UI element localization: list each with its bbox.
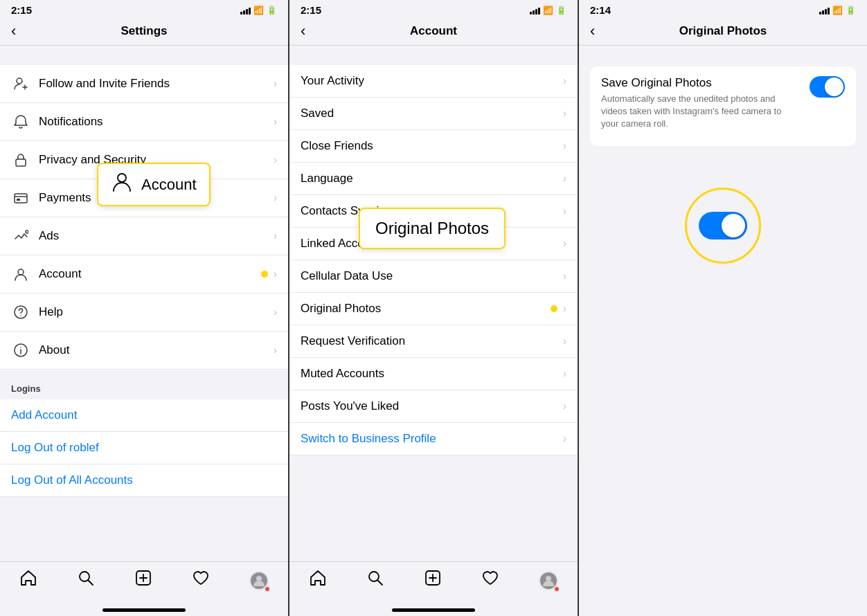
- ads-chevron: ›: [274, 230, 277, 242]
- notifications-icon: [11, 112, 30, 132]
- settings-item-add-account[interactable]: Add Account: [0, 399, 288, 432]
- svg-point-20: [256, 576, 262, 581]
- account-item-posts-liked[interactable]: Posts You've Liked ›: [289, 390, 578, 423]
- tab-profile-1[interactable]: [249, 571, 269, 590]
- language-chevron: ›: [563, 172, 566, 185]
- tab-add-2[interactable]: [424, 569, 442, 592]
- saved-label: Saved: [301, 107, 563, 120]
- toggle-knob: [825, 78, 843, 96]
- back-button-1[interactable]: ‹: [11, 22, 16, 40]
- status-bar-3: 2:14 📶 🔋: [579, 0, 867, 19]
- tab-home-2[interactable]: [309, 569, 327, 592]
- tab-likes-2[interactable]: [481, 569, 499, 592]
- svg-point-7: [26, 230, 28, 233]
- ads-label: Ads: [39, 229, 274, 243]
- save-original-toggle[interactable]: [810, 76, 845, 98]
- settings-item-help[interactable]: Help ›: [0, 293, 288, 332]
- gap-3: [590, 60, 856, 66]
- svg-point-14: [118, 174, 126, 182]
- settings-item-logout-all[interactable]: Log Out of All Accounts: [0, 464, 288, 497]
- save-original-description: Automatically save the unedited photos a…: [601, 93, 795, 131]
- svg-line-16: [89, 581, 93, 586]
- svg-point-13: [20, 347, 21, 348]
- status-bar-1: 2:15 📶 🔋: [0, 0, 288, 19]
- battery-icon-2: 🔋: [556, 6, 566, 15]
- svg-point-8: [18, 269, 24, 275]
- saved-chevron: ›: [563, 107, 566, 120]
- nav-header-2: ‹ Account: [289, 19, 578, 46]
- help-chevron: ›: [274, 306, 277, 318]
- svg-rect-4: [15, 194, 27, 203]
- account-item-your-activity[interactable]: Your Activity ›: [289, 65, 578, 98]
- status-icons-3: 📶 🔋: [819, 6, 856, 15]
- cellular-chevron: ›: [563, 270, 566, 282]
- large-toggle[interactable]: [699, 212, 747, 239]
- account-item-cellular[interactable]: Cellular Data Use ›: [289, 260, 578, 293]
- account-item-request-verification[interactable]: Request Verification ›: [289, 325, 578, 358]
- about-chevron: ›: [274, 344, 277, 356]
- cellular-label: Cellular Data Use: [301, 269, 563, 283]
- status-bar-2: 2:15 📶 🔋: [289, 0, 578, 19]
- account-item-close-friends[interactable]: Close Friends ›: [289, 130, 578, 163]
- original-photos-content: Save Original Photos Automatically save …: [579, 46, 867, 616]
- settings-item-ads[interactable]: Ads ›: [0, 217, 288, 255]
- account-item-switch-business[interactable]: Switch to Business Profile ›: [289, 423, 578, 455]
- svg-line-22: [378, 581, 383, 586]
- switch-business-chevron: ›: [563, 433, 566, 445]
- muted-accounts-label: Muted Accounts: [301, 367, 563, 381]
- payments-chevron: ›: [274, 192, 277, 204]
- status-time-3: 2:14: [590, 4, 611, 16]
- tab-likes-1[interactable]: [192, 569, 210, 592]
- back-button-2[interactable]: ‹: [301, 22, 305, 40]
- your-activity-chevron: ›: [563, 75, 566, 87]
- bar2: [243, 10, 245, 15]
- tab-profile-2[interactable]: [539, 571, 558, 590]
- tab-home-1[interactable]: [19, 569, 37, 592]
- save-original-title: Save Original Photos: [601, 76, 795, 90]
- battery-icon-3: 🔋: [846, 6, 856, 15]
- svg-point-26: [546, 576, 551, 581]
- privacy-chevron: ›: [274, 154, 277, 166]
- tab-search-2[interactable]: [366, 569, 384, 592]
- profile-dot-1: [265, 586, 270, 592]
- language-label: Language: [301, 172, 563, 185]
- request-verification-chevron: ›: [563, 335, 566, 347]
- status-icons-2: 📶 🔋: [530, 6, 566, 15]
- account-item-muted-accounts[interactable]: Muted Accounts ›: [289, 358, 578, 390]
- bar1: [240, 12, 242, 15]
- follow-icon: [11, 74, 30, 93]
- tab-add-1[interactable]: [134, 569, 152, 592]
- close-friends-chevron: ›: [563, 140, 566, 152]
- battery-icon-1: 🔋: [267, 6, 277, 15]
- callout-account-icon: [111, 171, 133, 198]
- status-time-2: 2:15: [301, 4, 321, 16]
- logout-roblef-label: Log Out of roblef: [11, 441, 277, 455]
- large-toggle-knob: [722, 214, 745, 237]
- help-icon: [11, 302, 30, 322]
- tab-search-1[interactable]: [77, 569, 95, 592]
- nav-header-3: ‹ Original Photos: [579, 19, 867, 46]
- settings-item-about[interactable]: About ›: [0, 332, 288, 370]
- account-label: Account: [39, 267, 257, 281]
- settings-item-account[interactable]: Account ›: [0, 255, 288, 293]
- save-original-text: Save Original Photos Automatically save …: [601, 76, 795, 131]
- settings-item-logout-roblef[interactable]: Log Out of roblef: [0, 432, 288, 464]
- account-item-saved[interactable]: Saved ›: [289, 98, 578, 130]
- account-item-language[interactable]: Language ›: [289, 163, 578, 195]
- save-original-row: Save Original Photos Automatically save …: [601, 76, 845, 131]
- toggle-highlight-circle: [685, 188, 761, 264]
- gap-2: [289, 46, 578, 65]
- switch-business-label: Switch to Business Profile: [301, 432, 563, 446]
- status-icons-1: 📶 🔋: [240, 6, 277, 15]
- your-activity-label: Your Activity: [301, 74, 563, 88]
- account-item-original-photos[interactable]: Original Photos ›: [289, 293, 578, 325]
- settings-item-follow[interactable]: Follow and Invite Friends ›: [0, 65, 288, 103]
- home-indicator-2: [392, 608, 475, 612]
- add-account-label: Add Account: [11, 408, 277, 422]
- back-button-3[interactable]: ‹: [590, 22, 595, 40]
- settings-item-notifications[interactable]: Notifications ›: [0, 103, 288, 141]
- svg-point-10: [20, 315, 21, 316]
- signal-bars-2: [530, 6, 540, 15]
- profile-dot-2: [554, 586, 560, 592]
- account-icon: [11, 264, 30, 284]
